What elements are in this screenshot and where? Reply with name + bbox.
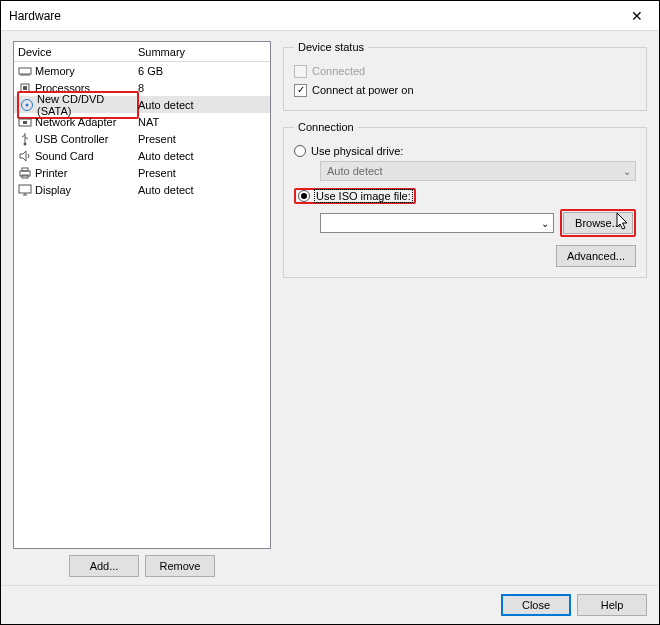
dialog-footer: Close Help xyxy=(1,585,659,624)
memory-icon xyxy=(18,64,32,78)
col-header-device[interactable]: Device xyxy=(18,46,138,58)
physical-drive-label: Use physical drive: xyxy=(311,145,403,157)
svg-rect-14 xyxy=(22,168,28,171)
connected-checkbox xyxy=(294,65,307,78)
connection-group: Connection Use physical drive: Auto dete… xyxy=(283,121,647,278)
device-name: Sound Card xyxy=(35,150,94,162)
physical-drive-combo-value: Auto detect xyxy=(327,165,383,177)
connected-label: Connected xyxy=(312,65,365,77)
svg-rect-11 xyxy=(23,121,27,124)
content-area: Device Summary Memory6 GBProcessors8New … xyxy=(1,31,659,585)
connected-checkbox-row: Connected xyxy=(294,62,636,80)
device-row[interactable]: USB ControllerPresent xyxy=(14,130,270,147)
device-row[interactable]: Network AdapterNAT xyxy=(14,113,270,130)
iso-radio[interactable] xyxy=(298,190,310,202)
usb-icon xyxy=(18,132,32,146)
right-panel: Device status Connected ✓ Connect at pow… xyxy=(283,41,647,577)
device-summary: 6 GB xyxy=(138,65,266,77)
physical-drive-combo: Auto detect ⌄ xyxy=(320,161,636,181)
device-status-legend: Device status xyxy=(294,41,368,53)
titlebar: Hardware ✕ xyxy=(1,1,659,31)
device-name: Memory xyxy=(35,65,75,77)
device-list[interactable]: Device Summary Memory6 GBProcessors8New … xyxy=(13,41,271,549)
device-row[interactable]: PrinterPresent xyxy=(14,164,270,181)
chevron-down-icon[interactable]: ⌄ xyxy=(541,218,549,229)
chevron-down-icon: ⌄ xyxy=(623,166,631,177)
printer-icon xyxy=(18,166,32,180)
device-summary: Present xyxy=(138,133,266,145)
sound-icon xyxy=(18,149,32,163)
device-name: Display xyxy=(35,184,71,196)
device-summary: Auto detect xyxy=(138,150,266,162)
close-button[interactable]: Close xyxy=(501,594,571,616)
add-button[interactable]: Add... xyxy=(69,555,139,577)
remove-button[interactable]: Remove xyxy=(145,555,215,577)
svg-point-12 xyxy=(24,142,27,145)
nic-icon xyxy=(18,115,32,129)
device-summary: Auto detect xyxy=(138,99,266,111)
device-name: Network Adapter xyxy=(35,116,116,128)
iso-path-row: ⌄ Browse... xyxy=(320,209,636,237)
device-name: USB Controller xyxy=(35,133,108,145)
device-row[interactable]: New CD/DVD (SATA)Auto detect xyxy=(14,96,270,113)
svg-rect-16 xyxy=(19,185,31,193)
hardware-dialog: Hardware ✕ Device Summary Memory6 GBProc… xyxy=(0,0,660,625)
disc-icon xyxy=(20,98,34,112)
svg-rect-7 xyxy=(23,86,27,90)
device-name: New CD/DVD (SATA) xyxy=(37,93,136,117)
close-icon[interactable]: ✕ xyxy=(623,4,651,28)
connect-poweron-label: Connect at power on xyxy=(312,84,414,96)
device-row[interactable]: Memory6 GB xyxy=(14,62,270,79)
device-row[interactable]: DisplayAuto detect xyxy=(14,181,270,198)
left-buttons: Add... Remove xyxy=(13,555,271,577)
connection-legend: Connection xyxy=(294,121,358,133)
iso-path-combo[interactable]: ⌄ xyxy=(320,213,554,233)
window-title: Hardware xyxy=(9,9,61,23)
iso-row[interactable]: Use ISO image file: xyxy=(294,187,636,205)
iso-label: Use ISO image file: xyxy=(315,190,412,202)
help-button[interactable]: Help xyxy=(577,594,647,616)
browse-highlight: Browse... xyxy=(560,209,636,237)
physical-drive-radio[interactable] xyxy=(294,145,306,157)
device-summary: NAT xyxy=(138,116,266,128)
display-icon xyxy=(18,183,32,197)
advanced-button[interactable]: Advanced... xyxy=(556,245,636,267)
device-list-header: Device Summary xyxy=(14,42,270,62)
device-name: Printer xyxy=(35,167,67,179)
device-summary: 8 xyxy=(138,82,266,94)
iso-highlight: Use ISO image file: xyxy=(294,188,416,204)
browse-button[interactable]: Browse... xyxy=(563,212,633,234)
connect-poweron-checkbox[interactable]: ✓ xyxy=(294,84,307,97)
device-summary: Auto detect xyxy=(138,184,266,196)
svg-rect-0 xyxy=(19,68,31,74)
advanced-row: Advanced... xyxy=(294,245,636,267)
device-summary: Present xyxy=(138,167,266,179)
device-status-group: Device status Connected ✓ Connect at pow… xyxy=(283,41,647,111)
connect-poweron-row[interactable]: ✓ Connect at power on xyxy=(294,81,636,99)
col-header-summary[interactable]: Summary xyxy=(138,46,266,58)
svg-point-9 xyxy=(26,103,29,106)
physical-drive-combo-wrap: Auto detect ⌄ xyxy=(320,161,636,181)
physical-drive-row[interactable]: Use physical drive: xyxy=(294,142,636,160)
left-panel: Device Summary Memory6 GBProcessors8New … xyxy=(13,41,271,577)
device-row[interactable]: Sound CardAuto detect xyxy=(14,147,270,164)
